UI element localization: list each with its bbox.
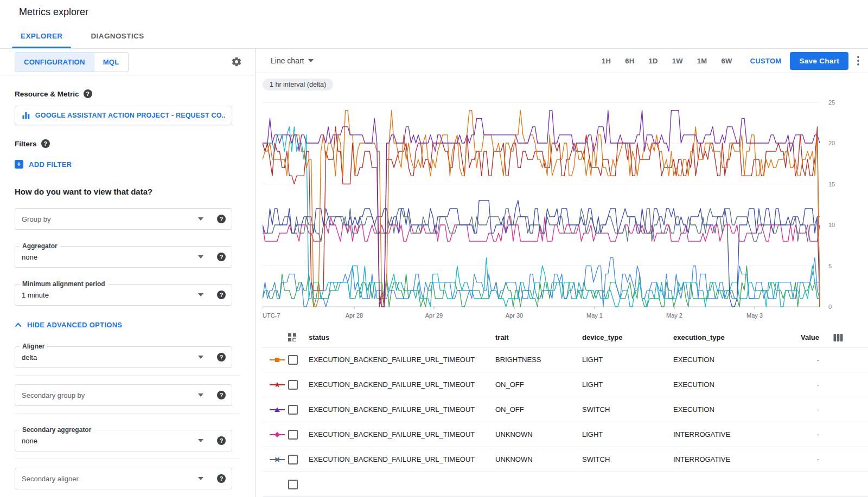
chart-area: 1 hr interval (delta) 0510152025UTC-7Apr… — [256, 73, 868, 497]
column-header-execution-type[interactable]: execution_type — [673, 333, 788, 341]
svg-text:Apr 30: Apr 30 — [506, 312, 523, 319]
row-checkbox[interactable] — [288, 455, 298, 464]
table-row[interactable]: EXECUTION_BACKEND_FAILURE_URL_TIMEOUT ON… — [263, 372, 868, 397]
row-checkbox[interactable] — [288, 355, 298, 365]
series-table: status trait device_type execution_type … — [263, 328, 868, 497]
save-chart-button[interactable]: Save Chart — [790, 52, 848, 70]
column-header-device-type[interactable]: device_type — [582, 333, 673, 341]
min-alignment-period-dropdown[interactable]: Minimum alignment period 1 minute ? — [15, 284, 232, 306]
table-row[interactable]: EXECUTION_BACKEND_FAILURE_URL_TIMEOUT UN… — [263, 422, 868, 447]
chart-panel: Line chart 1H 6H 1D 1W 1M 6W CUSTOM Save… — [256, 49, 868, 497]
chevron-down-icon — [198, 393, 203, 397]
chart-toolbar: Line chart 1H 6H 1D 1W 1M 6W CUSTOM Save… — [256, 49, 868, 73]
help-icon[interactable]: ? — [217, 291, 226, 299]
column-selector-icon[interactable] — [833, 333, 868, 342]
aggregator-dropdown[interactable]: Aggregator none ? — [15, 246, 232, 268]
secondary-aggregator-dropdown[interactable]: Secondary aggregator none ? — [15, 430, 232, 451]
resource-metric-chip[interactable]: GOOGLE ASSISTANT ACTION PROJECT - REQUES… — [15, 106, 232, 125]
chevron-down-icon — [198, 477, 203, 480]
range-1m-button[interactable]: 1M — [697, 57, 707, 65]
page-title: Metrics explorer — [19, 7, 88, 18]
help-icon[interactable]: ? — [84, 89, 92, 98]
help-icon[interactable]: ? — [217, 436, 226, 445]
tab-explorer[interactable]: EXPLORER — [7, 24, 76, 48]
chart-type-dropdown[interactable]: Line chart — [271, 56, 314, 65]
resource-metric-section-label: Resource & Metric ? — [15, 89, 240, 98]
filters-section-label: Filters ? — [15, 139, 240, 148]
range-6h-button[interactable]: 6H — [625, 57, 634, 65]
configuration-mode-button[interactable]: CONFIGURATION — [15, 52, 94, 72]
svg-text:20: 20 — [828, 140, 835, 146]
series-marker-x — [270, 456, 288, 463]
config-mode-toggle: CONFIGURATION MQL — [15, 52, 129, 72]
table-row[interactable]: EXECUTION_BACKEND_FAILURE_URL_TIMEOUT UN… — [263, 447, 868, 472]
row-checkbox[interactable] — [288, 380, 298, 390]
app-header: Metrics explorer — [0, 0, 868, 24]
help-icon[interactable]: ? — [217, 215, 226, 223]
divider — [15, 413, 240, 414]
chevron-down-icon — [198, 255, 203, 259]
series-marker-diamond — [270, 431, 288, 438]
svg-text:May 2: May 2 — [666, 312, 682, 319]
chevron-down-icon — [198, 217, 203, 221]
hide-advanced-options-button[interactable]: HIDE ADVANCED OPTIONS — [15, 321, 240, 329]
series-marker-triangle — [270, 406, 288, 413]
bar-chart-icon — [22, 111, 30, 120]
column-header-trait[interactable]: trait — [495, 333, 582, 341]
svg-text:May 1: May 1 — [586, 312, 603, 319]
line-chart[interactable]: 0510152025UTC-7Apr 28Apr 29Apr 30May 1Ma… — [263, 98, 854, 320]
svg-text:10: 10 — [828, 222, 835, 228]
series-marker-square — [270, 357, 288, 363]
add-filter-button[interactable]: + ADD FILTER — [15, 160, 240, 169]
view-data-question: How do you want to view that data? — [15, 187, 240, 196]
settings-gear-icon[interactable] — [231, 56, 242, 67]
group-by-dropdown[interactable]: Group by ? — [15, 208, 232, 230]
chevron-down-icon — [198, 293, 203, 296]
more-options-icon[interactable] — [857, 56, 859, 66]
column-header-status[interactable]: status — [309, 333, 495, 341]
help-icon[interactable]: ? — [217, 353, 226, 362]
mql-mode-button[interactable]: MQL — [94, 52, 129, 72]
divider — [15, 459, 240, 459]
chevron-down-icon — [308, 59, 314, 62]
column-header-value[interactable]: Value — [788, 333, 833, 341]
help-icon[interactable]: ? — [41, 139, 50, 148]
range-1h-button[interactable]: 1H — [602, 57, 611, 65]
range-6w-button[interactable]: 6W — [721, 57, 732, 65]
secondary-group-by-dropdown[interactable]: Secondary group by ? — [15, 384, 232, 406]
legend-grid-icon[interactable] — [288, 333, 309, 341]
range-1w-button[interactable]: 1W — [672, 57, 683, 65]
table-row-partial[interactable] — [263, 472, 868, 497]
add-icon: + — [15, 160, 23, 169]
row-checkbox[interactable] — [288, 405, 298, 415]
tab-diagnostics[interactable]: DIAGNOSTICS — [76, 24, 158, 48]
table-row[interactable]: EXECUTION_BACKEND_FAILURE_URL_TIMEOUT ON… — [263, 397, 868, 422]
interval-chip[interactable]: 1 hr interval (delta) — [263, 79, 333, 91]
secondary-aligner-dropdown[interactable]: Secondary aligner ? — [15, 468, 232, 489]
svg-text:25: 25 — [828, 99, 835, 106]
chevron-down-icon — [198, 356, 203, 359]
row-checkbox[interactable] — [288, 480, 298, 489]
help-icon[interactable]: ? — [217, 474, 226, 483]
divider — [15, 375, 240, 376]
svg-text:0: 0 — [828, 304, 832, 310]
svg-text:Apr 29: Apr 29 — [425, 312, 443, 319]
top-tabs: EXPLORER DIAGNOSTICS — [0, 24, 868, 49]
svg-text:May 3: May 3 — [746, 312, 763, 319]
configuration-panel: CONFIGURATION MQL Resource & Metric ? GO… — [0, 49, 256, 497]
series-marker-star — [270, 382, 288, 388]
svg-text:Apr 28: Apr 28 — [346, 312, 363, 319]
chevron-down-icon — [198, 439, 203, 442]
help-icon[interactable]: ? — [217, 391, 226, 399]
svg-text:5: 5 — [828, 263, 832, 269]
row-checkbox[interactable] — [288, 430, 298, 440]
range-1d-button[interactable]: 1D — [648, 57, 658, 65]
help-icon[interactable]: ? — [217, 253, 226, 261]
aligner-dropdown[interactable]: Aligner delta ? — [15, 346, 232, 368]
table-row[interactable]: EXECUTION_BACKEND_FAILURE_URL_TIMEOUT BR… — [263, 347, 868, 372]
range-custom-button[interactable]: CUSTOM — [750, 57, 782, 65]
chevron-up-icon — [15, 322, 22, 327]
svg-text:15: 15 — [828, 181, 835, 188]
table-header: status trait device_type execution_type … — [263, 328, 868, 347]
svg-text:UTC-7: UTC-7 — [263, 312, 280, 319]
